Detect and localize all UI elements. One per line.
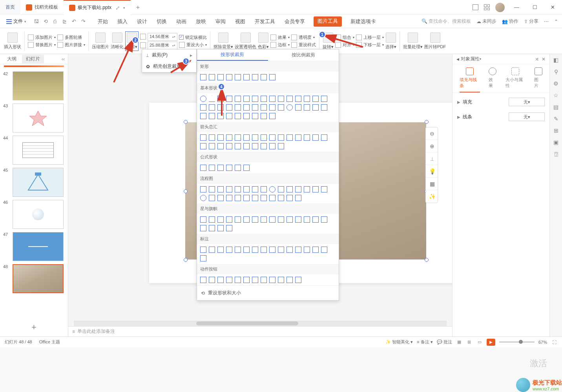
shape[interactable] <box>243 277 250 283</box>
rail-icon[interactable]: ✎ <box>553 115 560 122</box>
shape[interactable] <box>243 247 250 253</box>
shape[interactable] <box>217 247 224 253</box>
shape[interactable] <box>295 216 301 223</box>
menu-view[interactable]: 视图 <box>234 16 246 27</box>
shape[interactable] <box>235 277 241 283</box>
shape[interactable] <box>217 195 224 201</box>
more-icon[interactable]: ⋯ <box>544 19 549 24</box>
idea-icon[interactable]: 💡 <box>426 165 438 178</box>
shape[interactable] <box>235 96 241 102</box>
view-normal-icon[interactable]: ▦ <box>456 339 462 345</box>
file-menu[interactable]: 文件▾ <box>4 17 29 25</box>
menu-design[interactable]: 设计 <box>136 16 148 27</box>
shape[interactable] <box>295 96 301 102</box>
shape[interactable] <box>200 113 206 119</box>
shape[interactable] <box>243 216 250 223</box>
shape[interactable] <box>261 113 267 119</box>
handle[interactable] <box>184 120 188 124</box>
shape[interactable] <box>235 104 241 111</box>
shape[interactable] <box>261 216 267 223</box>
zoom-slider[interactable] <box>499 341 535 343</box>
shape[interactable] <box>269 74 276 80</box>
shape[interactable] <box>200 255 206 261</box>
menu-member[interactable]: 会员专享 <box>284 16 306 27</box>
shape[interactable] <box>243 195 250 201</box>
shape[interactable] <box>278 143 284 149</box>
sync-button[interactable]: ☁ 未同步 <box>476 18 496 25</box>
notes-toggle[interactable]: ≡ 备注 ▾ <box>417 339 433 345</box>
pp-tab-size[interactable]: 大小与属性 <box>505 67 526 93</box>
shape[interactable] <box>243 186 250 192</box>
shape[interactable] <box>209 247 215 253</box>
thumb-47[interactable] <box>13 232 64 261</box>
shape[interactable] <box>278 247 284 253</box>
shape[interactable] <box>217 134 224 141</box>
width-input[interactable]: 14.56厘米▴▾ <box>140 33 177 41</box>
shape[interactable] <box>235 74 241 80</box>
shape[interactable] <box>252 195 258 201</box>
play-button[interactable]: ▶ <box>487 339 495 346</box>
share-button[interactable]: ⇪ 分享 <box>524 18 538 25</box>
compress-button[interactable]: 压缩图片 <box>92 33 109 50</box>
shape[interactable] <box>200 225 206 231</box>
thumb-45[interactable] <box>13 168 64 197</box>
shape[interactable] <box>200 74 206 80</box>
pp-tab-image[interactable]: 图片 <box>534 67 542 93</box>
thumb-43[interactable] <box>13 103 64 132</box>
notes-area[interactable]: ≡单击此处添加备注 <box>68 326 452 336</box>
menu-review[interactable]: 审阅 <box>215 16 226 27</box>
insert-shape-button[interactable]: 插入形状 <box>4 33 21 50</box>
shape[interactable] <box>252 113 258 119</box>
handle[interactable] <box>184 258 188 262</box>
shape[interactable] <box>304 96 310 102</box>
shape[interactable] <box>278 216 284 223</box>
shape[interactable] <box>269 104 276 111</box>
shape[interactable] <box>286 216 293 223</box>
shape[interactable] <box>286 104 293 111</box>
shape[interactable] <box>235 247 241 253</box>
thumb-44[interactable] <box>13 136 64 165</box>
shape[interactable] <box>235 195 241 201</box>
shape[interactable] <box>261 195 267 201</box>
shape[interactable] <box>226 225 232 231</box>
shape[interactable] <box>252 186 258 192</box>
shape[interactable] <box>295 186 301 192</box>
tab-home[interactable]: 首页 <box>0 0 20 15</box>
fill-row[interactable]: ▶填充无 ▾ <box>457 98 545 106</box>
shape[interactable] <box>269 277 276 283</box>
shape[interactable] <box>278 134 284 141</box>
shape[interactable] <box>321 134 327 141</box>
remove-bg-button[interactable]: 抠除背景▾ <box>213 33 233 50</box>
shape[interactable] <box>295 195 301 201</box>
shape[interactable] <box>286 277 293 283</box>
shape[interactable] <box>286 96 293 102</box>
thumb-46[interactable] <box>13 200 64 229</box>
rail-icon[interactable]: ⍰ <box>553 151 560 158</box>
shape[interactable] <box>312 216 319 223</box>
rail-icon[interactable]: ▤ <box>553 103 560 111</box>
menu-picturetools[interactable]: 图片工具 <box>314 16 342 27</box>
reset-shape-button[interactable]: ⟲重设形状和大小 <box>197 285 339 300</box>
shape[interactable] <box>261 247 267 253</box>
zoom-out-icon[interactable]: ⊖ <box>426 127 438 140</box>
shape[interactable] <box>269 216 276 223</box>
shape[interactable] <box>200 134 206 141</box>
handle[interactable] <box>425 120 429 124</box>
shape[interactable] <box>312 104 319 111</box>
command-search[interactable]: 🔍 查找命令、搜索模板 <box>422 18 471 25</box>
tab-actions[interactable]: ⤢ • <box>115 5 125 11</box>
shape[interactable] <box>321 216 327 223</box>
shape[interactable] <box>286 186 293 192</box>
shape[interactable] <box>243 113 250 119</box>
menu-slideshow[interactable]: 放映 <box>195 16 207 27</box>
shape[interactable] <box>304 186 310 192</box>
add-image-button[interactable]: 添加图片▾ <box>28 34 56 40</box>
close-button[interactable]: ✕ <box>547 3 559 12</box>
pp-tab-fill[interactable]: 填充与线条 <box>460 67 480 93</box>
shape[interactable] <box>217 186 224 192</box>
shape[interactable] <box>209 277 215 283</box>
shape[interactable] <box>321 96 327 102</box>
shape[interactable] <box>261 277 267 283</box>
avatar[interactable] <box>495 3 505 12</box>
sp-tab-shape[interactable]: 按形状裁剪 <box>197 49 268 61</box>
